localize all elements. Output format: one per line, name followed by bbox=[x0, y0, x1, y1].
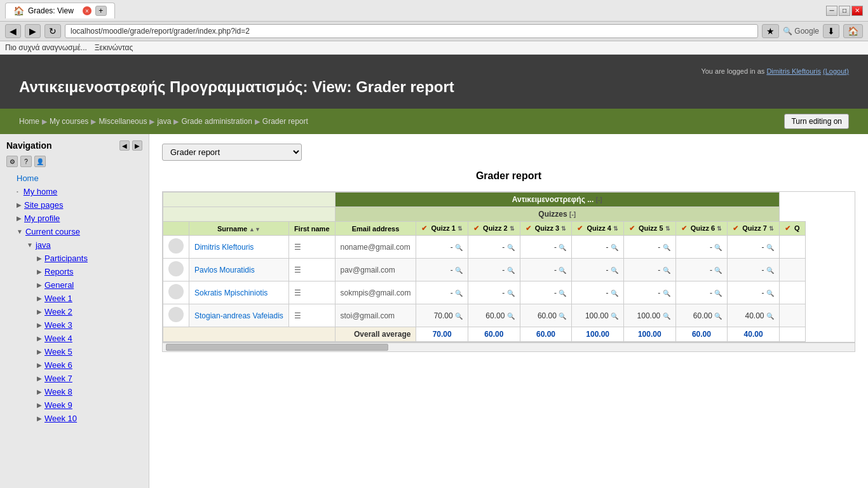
downloads-button[interactable]: ⬇ bbox=[823, 24, 839, 38]
score-search-icon[interactable]: 🔍 bbox=[663, 244, 670, 251]
score-search-icon[interactable]: 🔍 bbox=[714, 267, 722, 274]
score-search-icon[interactable]: 🔍 bbox=[766, 313, 774, 320]
breadcrumb-grade-admin[interactable]: Grade administration bbox=[181, 117, 252, 126]
row-menu-icon[interactable]: ☰ bbox=[294, 266, 301, 274]
score-search-icon[interactable]: 🔍 bbox=[766, 290, 774, 297]
sidebar-item-week1[interactable]: ▶ Week 1 bbox=[37, 292, 142, 304]
sidebar-item-myprofile[interactable]: ▶ My profile bbox=[17, 212, 142, 224]
browser-navbar: ◀ ▶ ↻ ★ 🔍 Google ⬇ 🏠 bbox=[0, 22, 868, 41]
sidebar-item-week8[interactable]: ▶ Week 8 bbox=[37, 386, 142, 398]
student-name-link[interactable]: Sokratis Mpischiniotis bbox=[194, 288, 268, 297]
score-search-icon[interactable]: 🔍 bbox=[663, 290, 670, 297]
student-name-link[interactable]: Pavlos Mouratidis bbox=[194, 266, 255, 274]
col-email-header[interactable]: Email address bbox=[335, 222, 416, 236]
sidebar-settings-button[interactable]: ⚙ bbox=[6, 156, 18, 167]
sidebar-help-button[interactable]: ? bbox=[20, 156, 32, 167]
new-tab-button[interactable]: + bbox=[95, 6, 107, 16]
forward-button[interactable]: ▶ bbox=[25, 24, 41, 38]
sidebar-item-myhome[interactable]: • My home bbox=[17, 186, 142, 198]
close-window-button[interactable]: ✕ bbox=[851, 6, 863, 16]
col-q-header[interactable]: ✔ Q bbox=[779, 222, 805, 236]
sidebar-item-week6[interactable]: ▶ Week 6 bbox=[37, 359, 142, 371]
score-search-icon[interactable]: 🔍 bbox=[766, 244, 774, 251]
turn-editing-on-button[interactable]: Turn editing on bbox=[784, 114, 849, 129]
home-nav-button[interactable]: 🏠 bbox=[843, 24, 863, 38]
score-search-icon[interactable]: 🔍 bbox=[455, 313, 463, 320]
score-search-icon[interactable]: 🔍 bbox=[559, 267, 566, 274]
score-search-icon[interactable]: 🔍 bbox=[455, 290, 463, 297]
bookmark-button[interactable]: ★ bbox=[762, 24, 779, 38]
sidebar-item-week10[interactable]: ▶ Week 10 bbox=[37, 412, 142, 424]
user-profile-link[interactable]: Dimitris Kleftouris bbox=[766, 67, 821, 75]
breadcrumb-mycourses[interactable]: My courses bbox=[50, 117, 88, 126]
sidebar-item-currentcourse[interactable]: ▼ Current course bbox=[17, 226, 142, 238]
score-search-icon[interactable]: 🔍 bbox=[611, 313, 618, 320]
score-search-icon[interactable]: 🔍 bbox=[559, 290, 566, 297]
logout-link[interactable]: (Logout) bbox=[823, 67, 849, 75]
score-search-icon[interactable]: 🔍 bbox=[714, 244, 722, 251]
sidebar-item-week9[interactable]: ▶ Week 9 bbox=[37, 399, 142, 411]
tab-close-button[interactable]: × bbox=[83, 6, 92, 15]
score-search-icon[interactable]: 🔍 bbox=[714, 290, 722, 297]
score-search-icon[interactable]: 🔍 bbox=[455, 244, 463, 251]
category-collapse-icon[interactable]: [-] bbox=[596, 196, 602, 203]
score-search-icon[interactable]: 🔍 bbox=[611, 290, 618, 297]
col-quizz6-header[interactable]: ✔ Quizz 6 ⇅ bbox=[675, 222, 728, 236]
maximize-button[interactable]: □ bbox=[839, 6, 850, 16]
col-quizz3-header[interactable]: ✔ Quizz 3 ⇅ bbox=[520, 222, 572, 236]
col-firstname-header[interactable]: First name bbox=[288, 222, 335, 236]
address-bar[interactable] bbox=[65, 24, 758, 38]
sidebar-item-java[interactable]: ▼ java bbox=[27, 239, 142, 251]
row-menu-icon[interactable]: ☰ bbox=[294, 288, 301, 297]
quizzes-collapse-icon[interactable]: [-] bbox=[569, 211, 576, 218]
minimize-button[interactable]: ─ bbox=[826, 6, 837, 16]
sidebar-item-week5[interactable]: ▶ Week 5 bbox=[37, 346, 142, 358]
col-quizz2-header[interactable]: ✔ Quizz 2 ⇅ bbox=[468, 222, 520, 236]
bookmark-frequent[interactable]: Πιο συχνά αναγνωσμέ... bbox=[5, 43, 87, 52]
col-surname-header[interactable]: Surname ▲▼ bbox=[189, 222, 289, 236]
student-name-link[interactable]: Stogian-andreas Vafeiadis bbox=[194, 311, 283, 320]
sidebar-item-participants[interactable]: ▶ Participants bbox=[37, 252, 142, 264]
breadcrumb-java[interactable]: java bbox=[157, 117, 171, 126]
sidebar-collapse-button[interactable]: ◀ bbox=[119, 140, 130, 151]
score-search-icon[interactable]: 🔍 bbox=[766, 267, 774, 274]
col-quizz1-header[interactable]: ✔ Quizz 1 ⇅ bbox=[416, 222, 468, 236]
sidebar-item-general[interactable]: ▶ General bbox=[37, 279, 142, 291]
row-menu-icon[interactable]: ☰ bbox=[294, 243, 301, 252]
col-quizz7-header[interactable]: ✔ Quizz 7 ⇅ bbox=[728, 222, 780, 236]
sidebar-item-sitepages[interactable]: ▶ Site pages bbox=[17, 199, 142, 211]
score-search-icon[interactable]: 🔍 bbox=[507, 244, 515, 251]
score-search-icon[interactable]: 🔍 bbox=[507, 313, 515, 320]
col-quizz4-header[interactable]: ✔ Quizz 4 ⇅ bbox=[572, 222, 624, 236]
row-menu-icon[interactable]: ☰ bbox=[294, 311, 301, 320]
score-search-icon[interactable]: 🔍 bbox=[559, 313, 566, 320]
report-dropdown[interactable]: Grader report bbox=[162, 144, 302, 161]
score-search-icon[interactable]: 🔍 bbox=[611, 267, 618, 274]
score-q6: - 🔍 bbox=[675, 281, 728, 304]
bookmark-start[interactable]: Ξεκινώντας bbox=[95, 43, 133, 52]
sidebar-item-week7[interactable]: ▶ Week 7 bbox=[37, 372, 142, 384]
score-search-icon[interactable]: 🔍 bbox=[714, 313, 722, 320]
sidebar-expand-button[interactable]: ▶ bbox=[132, 140, 142, 151]
score-search-icon[interactable]: 🔍 bbox=[507, 267, 515, 274]
sidebar-item-week2[interactable]: ▶ Week 2 bbox=[37, 306, 142, 318]
nav-item-home[interactable]: Home bbox=[17, 172, 142, 184]
score-search-icon[interactable]: 🔍 bbox=[663, 313, 670, 320]
back-button[interactable]: ◀ bbox=[5, 24, 21, 38]
score-search-icon[interactable]: 🔍 bbox=[611, 244, 618, 251]
student-name-link[interactable]: Dimitris Kleftouris bbox=[194, 243, 254, 252]
score-search-icon[interactable]: 🔍 bbox=[507, 290, 515, 297]
score-search-icon[interactable]: 🔍 bbox=[663, 267, 670, 274]
sidebar-item-reports[interactable]: ▶ Reports bbox=[37, 266, 142, 278]
refresh-button[interactable]: ↻ bbox=[44, 24, 61, 38]
sidebar-item-week3[interactable]: ▶ Week 3 bbox=[37, 319, 142, 331]
score-search-icon[interactable]: 🔍 bbox=[455, 267, 463, 274]
breadcrumb-miscellaneous[interactable]: Miscellaneous bbox=[98, 117, 147, 126]
col-quizz5-header[interactable]: ✔ Quizz 5 ⇅ bbox=[623, 222, 675, 236]
score-search-icon[interactable]: 🔍 bbox=[559, 244, 566, 251]
horizontal-scrollbar[interactable] bbox=[162, 342, 855, 352]
sidebar-item-week4[interactable]: ▶ Week 4 bbox=[37, 332, 142, 344]
sidebar-user-button[interactable]: 👤 bbox=[34, 156, 46, 167]
breadcrumb-home[interactable]: Home bbox=[19, 117, 39, 126]
scrollbar-thumb[interactable] bbox=[166, 344, 388, 351]
